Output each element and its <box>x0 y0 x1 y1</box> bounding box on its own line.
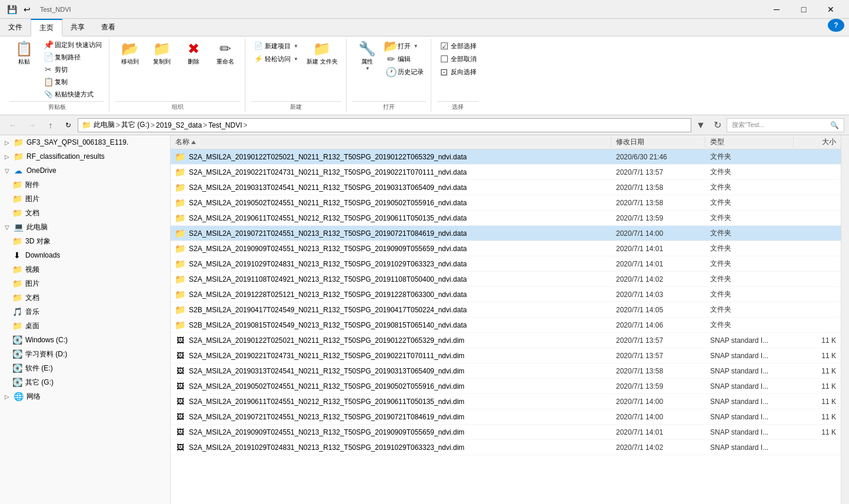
sidebar-item-other-g[interactable]: 💽 其它 (G:) <box>0 375 170 389</box>
sidebar-item-video[interactable]: 📁 视频 <box>0 262 170 276</box>
deselect-button[interactable]: ☐ 全部取消 <box>437 53 479 65</box>
table-row[interactable]: 📁 S2A_MSIL2A_20190611T024551_N0212_R132_… <box>171 211 841 226</box>
properties-button[interactable]: 🔧 属性 ▼ <box>352 39 382 73</box>
file-icon-11: 📁 <box>174 319 186 331</box>
table-row[interactable]: 📁 S2A_MSIL2A_20190221T024731_N0211_R132_… <box>171 165 841 180</box>
forward-button[interactable]: → <box>24 117 40 133</box>
col-header-type[interactable]: 类型 <box>705 137 794 147</box>
qa-save-btn[interactable]: 💾 <box>5 2 19 16</box>
copy-to-button[interactable]: 📁 复制到 <box>147 39 177 68</box>
file-type: SNAP standard I... <box>705 367 794 375</box>
refresh-button[interactable]: ↻ <box>61 118 75 132</box>
maximize-button[interactable]: □ <box>790 0 817 19</box>
new-folder-button[interactable]: 📁 新建 文件夹 <box>303 39 341 68</box>
file-type: 文件夹 <box>705 305 794 315</box>
dropdown-address-button[interactable]: ▼ <box>694 118 708 132</box>
sidebar-item-network[interactable]: ▷ 🌐 网络 <box>0 389 170 403</box>
minimize-button[interactable]: ─ <box>763 0 790 19</box>
table-row[interactable]: 📁 S2B_MSIL2A_20190417T024549_N0211_R132_… <box>171 302 841 318</box>
history-button[interactable]: 🕐 历史记录 <box>384 66 426 78</box>
file-name-cell: 📁 S2A_MSIL2A_20190909T024551_N0213_R132_… <box>171 243 611 255</box>
path-seg-g[interactable]: 其它 (G:) <box>121 120 149 130</box>
back-button[interactable]: ← <box>5 117 21 133</box>
table-row[interactable]: 🖼 S2A_MSIL2A_20190721T024551_N0213_R132_… <box>171 409 841 425</box>
invert-button[interactable]: ⊡ 反向选择 <box>437 66 479 78</box>
tab-file[interactable]: 文件 <box>0 19 31 36</box>
address-path[interactable]: 📁 此电脑 > 其它 (G:) > 2019_S2_data > Test_ND… <box>78 118 691 132</box>
sidebar-item-downloads[interactable]: ⬇ Downloads <box>0 248 170 262</box>
help-button[interactable]: ? <box>828 19 844 32</box>
paste-shortcut-button[interactable]: 📎 粘贴快捷方式 <box>41 88 104 100</box>
sidebar-item-music[interactable]: 🎵 音乐 <box>0 305 170 319</box>
sidebar-item-docs[interactable]: 📁 文档 <box>0 206 170 220</box>
refresh-address-button[interactable]: ↻ <box>710 118 724 132</box>
sidebar-item-gf3[interactable]: ▷ 📁 GF3_SAY_QPSI_006183_E119. <box>0 135 170 149</box>
easy-access-button[interactable]: ⚡ 轻松访问 ▼ <box>251 53 301 65</box>
table-row[interactable]: 🖼 S2A_MSIL2A_20190611T024551_N0212_R132_… <box>171 394 841 409</box>
sidebar-item-3d[interactable]: 📁 3D 对象 <box>0 234 170 248</box>
tab-home[interactable]: 主页 <box>31 19 62 36</box>
file-date: 2020/7/1 14:02 <box>611 443 705 452</box>
table-row[interactable]: 📁 S2A_MSIL2A_20190502T024551_N0211_R132_… <box>171 195 841 211</box>
qa-undo-btn[interactable]: ↩ <box>20 2 34 16</box>
table-row[interactable]: 📁 S2A_MSIL2A_20190909T024551_N0213_R132_… <box>171 241 841 256</box>
expand-arrow-rf: ▷ <box>5 153 12 160</box>
sidebar-item-rf[interactable]: ▷ 📁 RF_classification_results <box>0 149 170 163</box>
col-header-name[interactable]: 名称 <box>171 137 611 147</box>
table-row[interactable]: 🖼 S2A_MSIL2A_20190122T025021_N0211_R132_… <box>171 333 841 348</box>
sidebar-item-study-d[interactable]: 💽 学习资料 (D:) <box>0 347 170 361</box>
table-row[interactable]: 📁 S2B_MSIL2A_20190815T024549_N0213_R132_… <box>171 318 841 333</box>
table-row[interactable]: 🖼 S2A_MSIL2A_20191029T024831_N0213_R132_… <box>171 440 841 455</box>
search-box[interactable]: 搜索"Test... 🔍 <box>727 118 844 132</box>
table-row[interactable]: 🖼 S2A_MSIL2A_20190909T024551_N0213_R132_… <box>171 425 841 440</box>
table-row[interactable]: 🖼 S2A_MSIL2A_20190502T024551_N0211_R132_… <box>171 379 841 394</box>
table-row[interactable]: 🖼 S2A_MSIL2A_20190221T024731_N0211_R132_… <box>171 348 841 363</box>
path-arrow-4: > <box>243 121 247 129</box>
folder-icon-video: 📁 <box>12 264 22 275</box>
sidebar-item-desktop[interactable]: 📁 桌面 <box>0 319 170 333</box>
table-row[interactable]: 📁 S2A_MSIL2A_20190313T024541_N0211_R132_… <box>171 180 841 195</box>
col-header-date[interactable]: 修改日期 <box>611 137 705 147</box>
scrollbar-right[interactable] <box>841 135 849 504</box>
select-all-button[interactable]: ☑ 全部选择 <box>437 40 479 52</box>
folder-file-icon: 📁 <box>175 289 186 300</box>
file-date: 2020/7/1 13:57 <box>611 352 705 360</box>
sidebar-item-windows-c[interactable]: 💽 Windows (C:) <box>0 333 170 347</box>
path-seg-test[interactable]: Test_NDVI <box>208 121 242 129</box>
tab-share[interactable]: 共享 <box>62 19 93 36</box>
tab-view[interactable]: 查看 <box>93 19 124 36</box>
copy-icon: 📋 <box>44 77 53 86</box>
pin-button[interactable]: 📌 固定到 快速访问 <box>41 39 104 51</box>
table-row[interactable]: 📁 S2A_MSIL2A_20191029T024831_N0213_R132_… <box>171 256 841 272</box>
table-row[interactable]: 📁 S2A_MSIL2A_20191108T024921_N0213_R132_… <box>171 272 841 287</box>
path-seg-2019[interactable]: 2019_S2_data <box>156 121 202 129</box>
copy-button[interactable]: 📋 复制 <box>41 76 104 88</box>
sidebar-item-computer[interactable]: ▽ 💻 此电脑 <box>0 220 170 234</box>
new-item-button[interactable]: 📄 新建项目 ▼ <box>251 40 301 52</box>
move-to-button[interactable]: 📂 移动到 <box>115 39 145 68</box>
cut-button[interactable]: ✂ 剪切 <box>41 64 104 75</box>
up-button[interactable]: ↑ <box>42 117 59 133</box>
paste-button[interactable]: 📋 粘贴 <box>9 39 39 68</box>
open-button[interactable]: 📂 打开 ▼ <box>384 40 426 52</box>
open-label: 打开 <box>352 101 426 112</box>
sidebar-item-documents2[interactable]: 📁 文档 <box>0 291 170 305</box>
table-row[interactable]: 🖼 S2A_MSIL2A_20190313T024541_N0211_R132_… <box>171 363 841 379</box>
sidebar-item-attach[interactable]: 📁 附件 <box>0 178 170 192</box>
search-icon: 🔍 <box>830 121 839 129</box>
path-seg-computer[interactable]: 此电脑 <box>94 120 115 130</box>
sidebar-item-pictures[interactable]: 📁 图片 <box>0 276 170 291</box>
copy-path-button[interactable]: 📄 复制路径 <box>41 51 104 63</box>
table-row[interactable]: 📁 S2A_MSIL2A_20190721T024551_N0213_R132_… <box>171 226 841 241</box>
rename-button[interactable]: ✏ 重命名 <box>211 39 240 68</box>
sidebar-item-onedrive[interactable]: ▽ ☁ OneDrive <box>0 163 170 178</box>
table-row[interactable]: 📁 S2A_MSIL2A_20191228T025121_N0213_R132_… <box>171 287 841 302</box>
select-group-content: ☑ 全部选择 ☐ 全部取消 ⊡ 反向选择 <box>437 39 479 100</box>
col-header-size[interactable]: 大小 <box>794 137 841 147</box>
edit-button[interactable]: ✏ 编辑 <box>384 53 426 65</box>
sidebar-item-images[interactable]: 📁 图片 <box>0 192 170 206</box>
delete-button[interactable]: ✖ 删除 <box>179 39 208 68</box>
close-button[interactable]: ✕ <box>817 0 844 19</box>
sidebar-item-software-e[interactable]: 💽 软件 (E:) <box>0 361 170 375</box>
table-row[interactable]: 📁 S2A_MSIL2A_20190122T025021_N0211_R132_… <box>171 149 841 165</box>
